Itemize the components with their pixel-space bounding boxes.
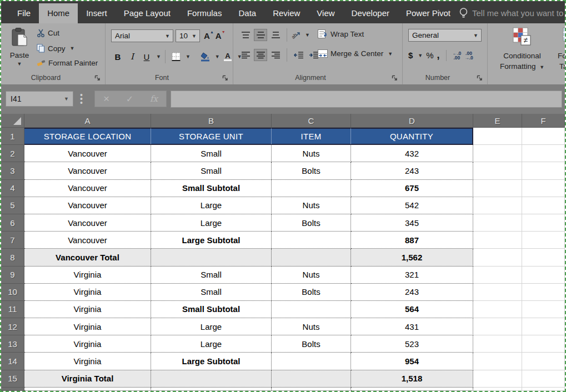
insert-function-button[interactable]: fx	[150, 94, 158, 104]
underline-dropdown-arrow[interactable]: ▼	[156, 54, 161, 59]
cell-c9[interactable]: Nuts	[272, 267, 351, 284]
tab-power-pivot[interactable]: Power Pivot	[398, 3, 459, 23]
copy-button[interactable]: Copy ▼	[37, 44, 74, 53]
cell-e8[interactable]	[473, 249, 522, 266]
merge-center-button[interactable]: Merge & Center ▼	[318, 49, 393, 58]
select-all-corner[interactable]	[1, 114, 24, 128]
column-header-f[interactable]: F	[522, 114, 565, 128]
bold-button[interactable]: B	[111, 51, 124, 63]
cell-a7[interactable]: Vancouver	[24, 232, 151, 249]
tab-view[interactable]: View	[308, 3, 343, 23]
cell-c8[interactable]	[272, 249, 351, 266]
cell-e3[interactable]	[473, 162, 522, 179]
cell-a14[interactable]: Virginia	[24, 353, 151, 370]
borders-dropdown-arrow[interactable]: ▼	[186, 54, 191, 59]
cell-c14[interactable]	[272, 353, 351, 370]
row-header-3[interactable]: 3	[1, 162, 24, 179]
paste-button[interactable]: Paste ▼	[7, 28, 32, 67]
name-box[interactable]: I41 ▼	[6, 91, 73, 107]
cell-e12[interactable]	[473, 318, 522, 335]
cell-e16[interactable]	[473, 388, 522, 391]
cell-c4[interactable]	[272, 180, 351, 197]
cell-b12[interactable]: Large	[151, 318, 272, 335]
row-header-7[interactable]: 7	[1, 232, 24, 249]
fill-color-dropdown-arrow[interactable]: ▼	[215, 54, 220, 59]
cell-e7[interactable]	[473, 232, 522, 249]
cell-b9[interactable]: Small	[151, 267, 272, 284]
cell-b4[interactable]: Small Subtotal	[151, 180, 272, 197]
right-align-button[interactable]	[269, 49, 282, 61]
cell-f10[interactable]	[522, 284, 565, 301]
cell-a4[interactable]: Vancouver	[24, 180, 151, 197]
cell-d15[interactable]: 1,518	[351, 370, 473, 388]
cancel-button[interactable]: ×	[103, 93, 109, 105]
cell-c16[interactable]	[272, 388, 351, 391]
cell-d14[interactable]: 954	[351, 353, 473, 370]
enter-button[interactable]: ✓	[126, 94, 133, 104]
formula-bar-handle[interactable]: •••	[80, 93, 83, 105]
cell-b2[interactable]: Small	[151, 145, 272, 162]
cell-f2[interactable]	[522, 145, 565, 162]
cell-e14[interactable]	[473, 353, 522, 370]
tab-formulas[interactable]: Formulas	[179, 3, 231, 23]
cell-b11[interactable]: Small Subtotal	[151, 301, 272, 318]
cell-b14[interactable]: Large Subtotal	[151, 353, 272, 370]
cell-c1[interactable]: ITEM	[272, 128, 351, 145]
tab-data[interactable]: Data	[230, 3, 264, 23]
cell-c11[interactable]	[272, 301, 351, 318]
cell-b1[interactable]: STORAGE UNIT	[151, 128, 272, 145]
cell-f14[interactable]	[522, 353, 565, 370]
wrap-text-button[interactable]: Wrap Text	[318, 29, 364, 38]
font-size-combo[interactable]: 10 ▼	[176, 29, 200, 42]
cell-d3[interactable]: 243	[351, 162, 473, 179]
tell-me-box[interactable]: Tell me what you want to do...	[459, 7, 566, 23]
cell-f6[interactable]	[522, 214, 565, 232]
cell-d9[interactable]: 321	[351, 267, 473, 284]
format-painter-button[interactable]: Format Painter	[37, 59, 98, 67]
fill-color-button[interactable]	[199, 51, 212, 63]
cell-f1[interactable]	[522, 128, 565, 145]
cell-b16[interactable]	[151, 388, 272, 391]
column-header-d[interactable]: D	[351, 114, 473, 128]
row-header-14[interactable]: 14	[1, 353, 24, 370]
cell-e10[interactable]	[473, 284, 522, 301]
row-header-12[interactable]: 12	[1, 318, 24, 335]
copy-dropdown-arrow[interactable]: ▼	[70, 46, 75, 51]
cell-a12[interactable]: Virginia	[24, 318, 151, 335]
tab-home[interactable]: Home	[39, 3, 78, 23]
cell-a16[interactable]	[24, 388, 151, 391]
column-header-b[interactable]: B	[151, 114, 272, 128]
number-format-combo[interactable]: General ▼	[408, 29, 482, 42]
cell-a10[interactable]: Virginia	[24, 284, 151, 301]
cell-f15[interactable]	[522, 370, 565, 388]
cell-e9[interactable]	[473, 267, 522, 284]
cell-b3[interactable]: Small	[151, 162, 272, 179]
cell-c15[interactable]	[272, 370, 351, 388]
cell-e4[interactable]	[473, 180, 522, 197]
paste-dropdown-arrow[interactable]: ▼	[7, 61, 32, 67]
cell-d1[interactable]: QUANTITY	[351, 128, 473, 145]
font-name-combo[interactable]: Arial ▼	[111, 29, 173, 42]
tab-page-layout[interactable]: Page Layout	[116, 3, 179, 23]
row-header-8[interactable]: 8	[1, 249, 24, 266]
cell-b15[interactable]	[151, 370, 272, 388]
cut-button[interactable]: Cut	[37, 29, 59, 37]
row-header-1[interactable]: 1	[1, 128, 24, 145]
cell-d5[interactable]: 542	[351, 197, 473, 214]
row-header-16[interactable]	[1, 388, 24, 391]
row-header-4[interactable]: 4	[1, 180, 24, 197]
alignment-dialog-launcher[interactable]	[392, 75, 398, 81]
center-align-button[interactable]	[254, 49, 267, 61]
cell-d4[interactable]: 675	[351, 180, 473, 197]
cell-f13[interactable]	[522, 335, 565, 353]
row-header-10[interactable]: 10	[1, 284, 24, 301]
cell-c10[interactable]: Bolts	[272, 284, 351, 301]
cell-b13[interactable]: Large	[151, 335, 272, 353]
row-header-5[interactable]: 5	[1, 197, 24, 214]
row-header-13[interactable]: 13	[1, 335, 24, 353]
cell-f9[interactable]	[522, 267, 565, 284]
cell-e2[interactable]	[473, 145, 522, 162]
cell-f11[interactable]	[522, 301, 565, 318]
tab-review[interactable]: Review	[264, 3, 308, 23]
shrink-font-button[interactable]: A ▼	[214, 31, 223, 41]
